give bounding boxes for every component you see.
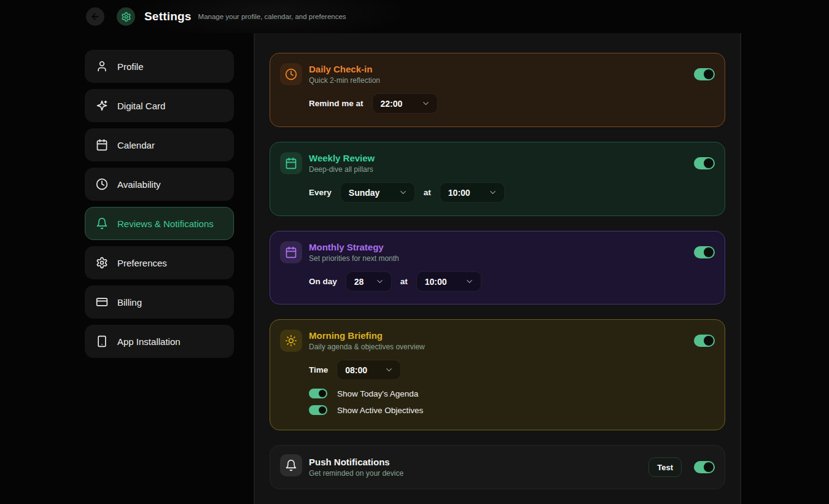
morning-briefing-toggle[interactable] xyxy=(694,335,715,347)
calendar-icon xyxy=(280,241,302,263)
sidebar-item-preferences[interactable]: Preferences xyxy=(85,246,234,279)
sidebar-item-app-installation[interactable]: App Installation xyxy=(85,325,234,358)
card-subtitle: Set priorities for next month xyxy=(309,254,399,263)
card-title: Push Notifications xyxy=(309,457,403,467)
settings-app-icon-badge xyxy=(117,7,135,26)
at-label: at xyxy=(400,277,408,286)
weekly-review-toggle[interactable] xyxy=(694,157,715,169)
morning-briefing-card: Morning Briefing Daily agenda & objectiv… xyxy=(270,319,725,430)
sidebar-item-reviews-notifications[interactable]: Reviews & Notifications xyxy=(85,207,234,240)
sidebar-item-calendar[interactable]: Calendar xyxy=(85,128,234,161)
chevron-down-icon xyxy=(384,365,394,374)
card-subtitle: Quick 2-min reflection xyxy=(309,76,380,85)
sun-icon xyxy=(280,330,302,352)
credit-card-icon xyxy=(96,296,108,308)
show-todays-agenda-label: Show Today's Agenda xyxy=(337,389,418,398)
sidebar-item-label: Digital Card xyxy=(117,101,165,111)
arrow-left-icon xyxy=(90,12,100,21)
clock-icon xyxy=(96,178,108,190)
sidebar-item-availability[interactable]: Availability xyxy=(85,168,234,201)
remind-me-at-label: Remind me at xyxy=(309,99,364,108)
card-title: Monthly Strategy xyxy=(309,242,399,252)
card-subtitle: Get reminded on your device xyxy=(309,469,403,478)
chevron-down-icon xyxy=(465,277,474,286)
monthly-day-select[interactable]: 28 xyxy=(346,271,392,292)
settings-panel: Daily Check-in Quick 2-min reflection Re… xyxy=(254,33,741,504)
card-title: Morning Briefing xyxy=(309,330,425,341)
daily-checkin-card: Daily Check-in Quick 2-min reflection Re… xyxy=(270,53,725,127)
daily-checkin-toggle[interactable] xyxy=(694,68,715,80)
monthly-strategy-card: Monthly Strategy Set priorities for next… xyxy=(270,231,725,304)
sidebar-item-label: Preferences xyxy=(117,258,167,268)
card-subtitle: Daily agenda & objectives overview xyxy=(309,343,425,351)
calendar-icon xyxy=(96,139,108,151)
monthly-time-select[interactable]: 10:00 xyxy=(416,271,481,292)
gear-icon xyxy=(121,12,131,22)
page-subtitle: Manage your profile, calendar, and prefe… xyxy=(198,13,346,20)
show-active-objectives-label: Show Active Objectives xyxy=(337,406,423,415)
bell-icon xyxy=(280,454,302,476)
chevron-down-icon xyxy=(375,277,384,286)
sidebar: Profile Digital Card Calendar Availabili… xyxy=(0,33,254,504)
back-button[interactable] xyxy=(86,7,104,26)
card-subtitle: Deep-dive all pillars xyxy=(309,165,375,174)
monthly-strategy-toggle[interactable] xyxy=(694,246,715,258)
chevron-down-icon xyxy=(421,99,430,108)
time-label: Time xyxy=(309,365,328,374)
daily-time-select[interactable]: 22:00 xyxy=(372,93,438,114)
sidebar-item-label: Billing xyxy=(117,297,142,308)
clock-icon xyxy=(280,63,302,85)
weekly-review-card: Weekly Review Deep-dive all pillars Ever… xyxy=(270,142,725,216)
right-gutter xyxy=(741,33,829,504)
calendar-icon xyxy=(280,152,302,174)
weekly-time-select[interactable]: 10:00 xyxy=(440,182,505,203)
smartphone-icon xyxy=(96,335,108,347)
sidebar-item-profile[interactable]: Profile xyxy=(85,50,234,83)
show-active-objectives-toggle[interactable] xyxy=(309,405,327,415)
sparkles-icon xyxy=(96,99,108,112)
card-title: Daily Check-in xyxy=(309,64,380,74)
bell-icon xyxy=(96,217,108,230)
show-todays-agenda-toggle[interactable] xyxy=(309,389,327,398)
morning-time-select[interactable]: 08:00 xyxy=(337,360,401,380)
sidebar-item-label: Reviews & Notifications xyxy=(117,219,214,229)
on-day-label: On day xyxy=(309,277,337,286)
header: Settings Manage your profile, calendar, … xyxy=(0,0,829,33)
push-notifications-card: Push Notifications Get reminded on your … xyxy=(270,445,725,489)
card-title: Weekly Review xyxy=(309,153,375,163)
every-label: Every xyxy=(309,188,332,197)
push-notifications-toggle[interactable] xyxy=(694,461,715,473)
sidebar-item-label: Profile xyxy=(117,61,144,72)
at-label: at xyxy=(424,188,431,197)
page-title: Settings xyxy=(144,10,192,23)
sidebar-item-label: Calendar xyxy=(117,140,155,150)
sidebar-item-billing[interactable]: Billing xyxy=(85,285,234,319)
sidebar-item-digital-card[interactable]: Digital Card xyxy=(85,89,234,122)
weekly-day-select[interactable]: Sunday xyxy=(340,182,415,203)
gear-icon xyxy=(96,257,108,269)
test-notification-button[interactable]: Test xyxy=(648,457,682,477)
chevron-down-icon xyxy=(399,188,408,197)
user-icon xyxy=(96,60,108,72)
chevron-down-icon xyxy=(488,188,497,197)
sidebar-item-label: App Installation xyxy=(117,336,181,347)
sidebar-item-label: Availability xyxy=(117,179,161,190)
